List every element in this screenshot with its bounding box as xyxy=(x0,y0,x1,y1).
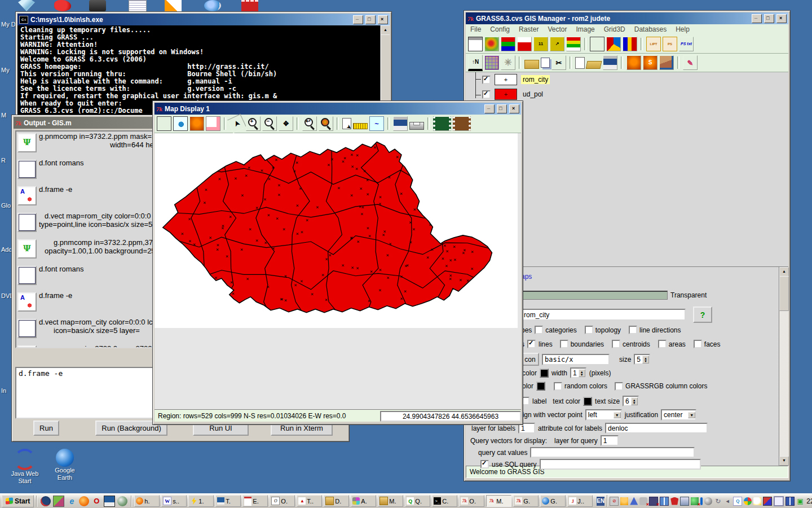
erase-display-icon[interactable] xyxy=(189,116,204,131)
quick-orb-icon[interactable] xyxy=(117,496,127,506)
minimize-button[interactable] xyxy=(752,14,762,23)
module-icon[interactable] xyxy=(17,319,37,338)
save-display-icon[interactable] xyxy=(393,116,408,131)
task-button[interactable]: O. xyxy=(270,495,295,507)
quick-globe-icon[interactable] xyxy=(41,496,51,506)
labels-icon[interactable]: LIPT xyxy=(646,37,661,51)
tray-printer-icon[interactable] xyxy=(680,497,689,506)
attr-col-input[interactable]: denloc xyxy=(605,423,708,433)
module-icon[interactable] xyxy=(17,239,37,259)
tray-pin-icon[interactable] xyxy=(700,497,703,505)
tray-network-icon[interactable] xyxy=(660,497,669,506)
new-file-icon[interactable] xyxy=(575,57,585,69)
tray-display-off-icon[interactable] xyxy=(649,497,658,506)
tray-orb-icon[interactable] xyxy=(704,497,712,505)
new-display-icon[interactable] xyxy=(468,37,483,51)
module-icon[interactable] xyxy=(17,345,37,348)
bsplayer-icon[interactable] xyxy=(204,0,221,11)
run-button[interactable]: Run xyxy=(33,421,59,436)
option-checkbox[interactable] xyxy=(658,340,667,348)
chart-icon[interactable] xyxy=(623,37,637,51)
eraser-icon[interactable] xyxy=(206,116,220,131)
pointer-icon[interactable]: ➤ xyxy=(227,114,247,134)
start-button[interactable]: Start xyxy=(2,495,34,507)
menu-item[interactable]: File xyxy=(470,25,481,33)
desktop-icon-label[interactable]: My D xyxy=(1,21,16,28)
task-button[interactable]: 7k G. xyxy=(513,495,539,507)
open-file-icon[interactable] xyxy=(586,61,602,69)
rgb-layer-icon[interactable] xyxy=(501,37,515,51)
width-spinner[interactable]: 1 xyxy=(570,367,586,378)
module-icon[interactable] xyxy=(17,213,37,232)
maximize-button[interactable] xyxy=(764,14,774,23)
layer-symbol-button[interactable]: + xyxy=(495,89,517,100)
scroll-up-icon[interactable]: ▲ xyxy=(779,267,789,277)
cell-values-icon[interactable]: 11 xyxy=(533,37,548,51)
module-icon[interactable] xyxy=(17,160,37,179)
desktop-icon-label[interactable]: In xyxy=(1,387,6,394)
maximize-button[interactable] xyxy=(365,15,376,24)
close-button[interactable] xyxy=(378,15,388,24)
option-checkbox[interactable] xyxy=(535,326,543,334)
menu-item[interactable]: Databases xyxy=(634,25,667,33)
option-checkbox[interactable] xyxy=(612,340,620,348)
film-strip-icon[interactable] xyxy=(433,116,451,131)
option-checkbox[interactable] xyxy=(560,340,568,348)
menu-item[interactable]: Raster xyxy=(519,25,539,33)
quick-package-icon[interactable] xyxy=(53,496,64,507)
task-button[interactable]: 7k M. xyxy=(486,495,511,507)
tray-sync-icon[interactable]: ↻ xyxy=(714,497,722,505)
task-button[interactable]: T. xyxy=(215,495,241,507)
config-gear-icon[interactable]: ✳ xyxy=(501,55,515,70)
task-button[interactable]: E. xyxy=(242,495,268,507)
camera-icon[interactable] xyxy=(89,0,106,11)
desktop-icon-label[interactable]: Add xyxy=(1,246,12,253)
desktop-icon-google-earth[interactable]: Google Earth xyxy=(48,449,82,481)
redraw-icon[interactable] xyxy=(173,116,188,131)
cut-icon[interactable]: ✂ xyxy=(551,55,566,70)
close-button[interactable] xyxy=(776,14,787,23)
text-color-swatch[interactable] xyxy=(583,397,592,406)
layer-checkbox[interactable] xyxy=(482,90,491,99)
map-canvas[interactable]: ××××××××××××××××××××××××××××××××××××××××… xyxy=(155,133,521,409)
scroll-up-icon[interactable]: ▲ xyxy=(381,25,390,35)
grid-icon[interactable] xyxy=(484,55,499,70)
grassrgb-checkbox[interactable] xyxy=(615,382,623,391)
arrows-icon[interactable]: ↗ xyxy=(550,37,564,51)
menu-item[interactable]: Grid3D xyxy=(604,25,625,33)
tray-resize-icon[interactable]: ▣ xyxy=(796,497,804,505)
tray-phone-icon[interactable] xyxy=(639,497,647,505)
profile-icon[interactable]: ~ xyxy=(369,116,384,131)
postscript-icon[interactable]: PS xyxy=(663,37,677,51)
zoom-back-icon[interactable]: ↩ xyxy=(302,116,317,131)
film-strip2-icon[interactable] xyxy=(453,116,471,131)
menu-item[interactable]: Config xyxy=(490,25,510,33)
options-scrollbar[interactable]: ▲ ▼ xyxy=(779,267,788,466)
gis-manager-titlebar[interactable]: 7k GRASS6.3.cvs GIS Manager - rom2 judet… xyxy=(466,12,788,24)
minimize-button[interactable] xyxy=(353,15,363,24)
quick-opera-icon[interactable]: O xyxy=(91,496,102,506)
histogram-icon[interactable] xyxy=(517,37,532,51)
align-dropdown[interactable]: left xyxy=(585,409,622,421)
line-color-swatch[interactable] xyxy=(540,369,549,378)
text-size-spinner[interactable]: 6 xyxy=(623,396,639,406)
quick-media-icon[interactable] xyxy=(104,496,115,507)
language-indicator[interactable]: EN xyxy=(597,497,604,506)
tray-gallery-icon[interactable] xyxy=(744,497,752,505)
task-button[interactable]: M. xyxy=(378,495,403,507)
digitize-icon[interactable]: ✎ xyxy=(683,55,698,70)
desktop-icon-label[interactable]: R xyxy=(1,157,6,164)
module-icon[interactable] xyxy=(17,292,37,312)
tray-monitor-icon[interactable] xyxy=(774,496,784,506)
vector-name-input[interactable]: rom_city xyxy=(521,309,686,321)
raster-tools-icon[interactable] xyxy=(626,55,641,70)
module-icon[interactable] xyxy=(17,133,37,152)
maximize-button[interactable] xyxy=(497,104,507,113)
copy-icon[interactable] xyxy=(541,58,550,68)
tray-quicktime-icon[interactable]: Q xyxy=(733,497,742,506)
option-checkbox[interactable] xyxy=(629,326,637,334)
query-icon[interactable] xyxy=(342,118,351,129)
legend-icon[interactable] xyxy=(566,37,581,51)
display-map-icon[interactable] xyxy=(157,116,171,131)
desktop-icon-label[interactable]: My xyxy=(1,67,10,73)
